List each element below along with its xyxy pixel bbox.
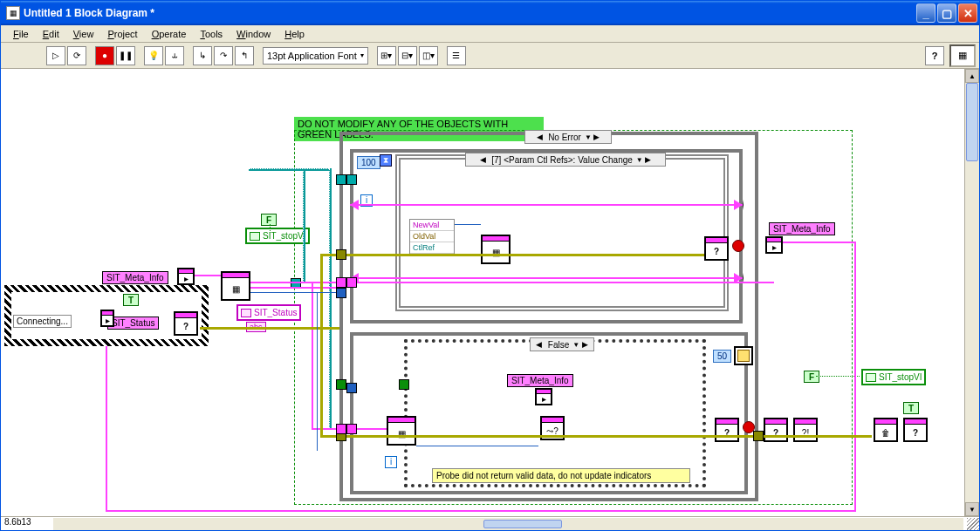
wire-yel-1 <box>200 327 339 330</box>
reorder-button[interactable]: ☰ <box>447 46 466 65</box>
step-out-button[interactable]: ↰ <box>235 46 254 65</box>
minimize-button[interactable]: _ <box>916 3 935 23</box>
tunnel-pink-2 <box>346 277 357 288</box>
comment-probe: Probe did not return valid data, do not … <box>432 468 690 483</box>
loop-index-lower: i <box>385 456 397 468</box>
connector-pane-icon[interactable]: ▦ <box>949 44 976 67</box>
menu-view[interactable]: View <box>66 27 101 41</box>
tunnel-teal-2 <box>336 174 346 185</box>
subvi-probe[interactable]: ▦ <box>387 416 416 446</box>
run-button[interactable]: ▷ <box>46 46 65 65</box>
sit-meta-info-indicator-right[interactable]: ▸ <box>765 236 783 254</box>
subvi-cleanup[interactable]: 🗑 <box>874 418 898 442</box>
step-into-button[interactable]: ↳ <box>193 46 212 65</box>
string-connecting[interactable]: Connecting... <box>13 315 72 328</box>
bool-true-right[interactable]: T <box>903 402 919 414</box>
event-next-icon[interactable]: ▶ <box>643 155 654 164</box>
statusbar: 8.6b13 <box>1 516 979 530</box>
event-data-node[interactable]: NewVal OldVal CtlRef <box>409 219 455 255</box>
wire-yel-upper <box>320 254 704 256</box>
case-next-icon[interactable]: ▶ <box>592 133 602 141</box>
sit-meta-info-terminal-left[interactable]: ▸ <box>177 268 195 285</box>
case-prev-icon[interactable]: ◀ <box>534 133 545 141</box>
sit-stopvi-local-right[interactable]: SIT_stopVI <box>861 369 926 385</box>
resize-button[interactable]: ◫▾ <box>419 46 438 65</box>
align-button[interactable]: ⊞▾ <box>377 46 396 65</box>
scroll-thumb[interactable] <box>966 83 978 161</box>
wire-pink-sr-top <box>350 204 743 206</box>
tunnel-yel-1 <box>336 249 346 260</box>
sit-meta-info-terminal-lower[interactable]: ▸ <box>535 388 552 405</box>
sit-status-terminal-1[interactable]: ▸ <box>100 310 114 327</box>
tunnel-yel-3 <box>753 431 764 441</box>
bool-true-seq[interactable]: T <box>123 294 139 306</box>
abort-button[interactable]: ● <box>95 46 114 65</box>
tunnel-blue-2 <box>346 383 357 393</box>
event-ctlref: CtlRef <box>410 242 454 254</box>
tunnel-pink-1 <box>336 277 346 288</box>
wire-pink-wrap-v1 <box>106 346 107 512</box>
tunnel-grn-1 <box>336 379 346 390</box>
menu-tools[interactable]: Tools <box>193 27 230 41</box>
case-selector-outer[interactable]: ◀ No Error ▼ ▶ <box>524 130 612 144</box>
menu-window[interactable]: Window <box>230 27 278 41</box>
menu-file[interactable]: FFileile <box>6 27 36 41</box>
maximize-button[interactable]: ▢ <box>937 3 956 23</box>
case-lower-prev-icon[interactable]: ◀ <box>534 340 545 349</box>
event-selector[interactable]: ◀ [7] <Param Ctl Refs>: Value Change ▼ ▶ <box>465 153 666 167</box>
wait-ms-function[interactable] <box>734 346 753 365</box>
event-prev-icon[interactable]: ◀ <box>477 155 488 164</box>
wire-blu-v1 <box>317 292 318 451</box>
error-subvi-upper[interactable]: ? <box>704 236 729 261</box>
wait-ms-constant[interactable]: 50 <box>713 350 731 363</box>
case-dropdown-icon[interactable]: ▼ <box>585 133 592 141</box>
error-subvi-lower[interactable]: ? <box>715 418 739 442</box>
close-button[interactable]: ✕ <box>958 3 977 23</box>
tunnel-blue-1 <box>336 288 346 298</box>
error-subvi-seq[interactable]: ? <box>174 311 198 336</box>
resize-grip[interactable] <box>967 518 979 530</box>
sit-stopvi-local-left[interactable]: SIT_stopVI <box>245 228 310 244</box>
case-lower-dropdown-icon[interactable]: ▼ <box>572 341 579 349</box>
bool-false-left[interactable]: F <box>261 214 277 226</box>
wire-grn-stopvi-r <box>816 376 860 377</box>
case-structure-lower[interactable] <box>404 339 706 487</box>
help-button[interactable]: ? <box>925 46 944 65</box>
block-diagram-canvas[interactable]: DO NOT MODIFY ANY OF THE OBJECTS WITH GR… <box>1 69 964 516</box>
highlight-exec-button[interactable]: 💡 <box>144 46 163 65</box>
loop-stop-upper <box>732 240 744 252</box>
menu-edit[interactable]: Edit <box>36 27 66 41</box>
menu-operate[interactable]: Operate <box>145 27 194 41</box>
event-dropdown-icon[interactable]: ▼ <box>636 156 643 164</box>
horizontal-scrollbar[interactable] <box>53 518 963 530</box>
wire-pink-main-h1 <box>250 282 774 283</box>
wire-pink-to-meta-r <box>783 242 854 243</box>
sit-meta-info-label-lower: SIT_Meta_Info <box>507 374 573 387</box>
menu-help[interactable]: Help <box>278 27 312 41</box>
vertical-scrollbar[interactable]: ▲ ▼ <box>964 69 979 516</box>
case-selector-lower[interactable]: ◀ False ▼ ▶ <box>530 337 594 351</box>
font-selector[interactable]: 13pt Application Font <box>263 47 368 65</box>
hscroll-thumb[interactable] <box>483 520 562 528</box>
tunnel-teal-3 <box>346 174 357 185</box>
menu-project[interactable]: Project <box>100 27 144 41</box>
subvi-event-handler[interactable]: ▦ <box>481 235 511 264</box>
case-lower-next-icon[interactable]: ▶ <box>579 340 590 349</box>
bool-false-right[interactable]: F <box>804 371 819 383</box>
error-subvi-tail-1[interactable]: ? <box>764 418 788 442</box>
scroll-down-icon[interactable]: ▼ <box>965 502 979 516</box>
retain-wire-button[interactable]: ⥿ <box>165 46 184 65</box>
error-subvi-final[interactable]: ? <box>903 418 928 442</box>
distribute-button[interactable]: ⊟▾ <box>398 46 417 65</box>
run-continuous-button[interactable]: ⟳ <box>67 46 86 65</box>
pause-button[interactable]: ❚❚ <box>116 46 135 65</box>
scroll-up-icon[interactable]: ▲ <box>965 69 979 83</box>
step-over-button[interactable]: ↷ <box>214 46 233 65</box>
sit-status-local[interactable]: SIT_Status <box>236 304 301 321</box>
wire-blu-1 <box>455 224 481 225</box>
subvi-init[interactable]: ▦ <box>221 271 250 301</box>
loop-count-constant[interactable]: 100 <box>357 156 380 169</box>
subvi-merge[interactable]: ?! <box>793 418 818 442</box>
tunnel-pink-4 <box>346 424 357 434</box>
wire-pink-wrap-h <box>106 510 856 512</box>
